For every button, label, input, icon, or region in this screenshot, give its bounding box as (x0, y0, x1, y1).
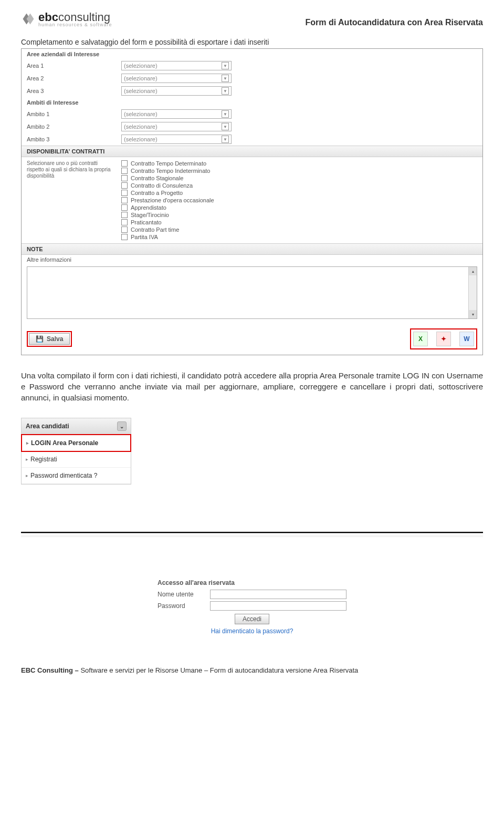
checkbox-icon[interactable] (121, 212, 128, 218)
excel-icon[interactable]: X (413, 332, 428, 346)
label-note: Altre informazioni (27, 256, 116, 263)
login-screenshot: Accesso all'area riservata Nome utente P… (158, 579, 346, 635)
pdf-icon[interactable]: ✦ (436, 332, 451, 346)
contract-option[interactable]: Contratto a Progetto (121, 190, 214, 196)
contract-option[interactable]: Partita IVA (121, 234, 214, 240)
label-username: Nome utente (158, 591, 210, 598)
checkbox-icon[interactable] (121, 175, 128, 181)
chevron-down-icon: ▼ (222, 75, 229, 82)
contract-label: Contratto Tempo Indeterminato (131, 168, 210, 174)
contract-label: Contratto Stagionale (131, 175, 183, 181)
contract-label: Contratto di Consulenza (131, 182, 193, 189)
divider-shade (21, 533, 483, 537)
footer-text: EBC Consulting – Software e servizi per … (21, 666, 483, 674)
form-screenshot: Aree aziendali di Interesse Area 1(selez… (21, 48, 483, 355)
select-ambito3[interactable]: (selezionare)▼ (121, 135, 232, 144)
contract-option[interactable]: Contratto Tempo Indeterminato (121, 168, 214, 174)
paragraph-text: Una volta compilato il form con i dati r… (21, 370, 483, 403)
checkbox-icon[interactable] (121, 226, 128, 233)
logo-subtitle: human resources & software (38, 22, 112, 27)
select-area2[interactable]: (selezionare)▼ (121, 74, 232, 83)
contract-option[interactable]: Contratto Part time (121, 226, 214, 233)
contract-option[interactable]: Apprendistato (121, 204, 214, 211)
label-ambito1: Ambito 1 (27, 111, 116, 117)
select-area1[interactable]: (selezionare)▼ (121, 61, 232, 70)
page-title: Form di Autocandidatura con Area Riserva… (306, 18, 483, 27)
sidebar-item-label: Registrati (30, 456, 57, 463)
caret-right-icon: ▸ (26, 457, 28, 462)
chevron-down-icon: ▼ (222, 123, 229, 130)
sidebar-title: Area candidati (26, 423, 69, 430)
sidebar-item-registrati[interactable]: ▸Registrati (22, 451, 131, 468)
caret-right-icon: ▸ (26, 440, 29, 446)
select-area3[interactable]: (selezionare)▼ (121, 86, 232, 96)
contract-label: Apprendistato (131, 204, 166, 211)
select-ambito2[interactable]: (selezionare)▼ (121, 122, 232, 131)
sidebar-screenshot: Area candidati ⌄ ▸LOGIN Area Personale ▸… (21, 418, 131, 485)
contract-label: Praticantato (131, 219, 162, 225)
contract-label: Prestazione d'opera occasionale (131, 197, 214, 203)
contract-option[interactable]: Stage/Tirocinio (121, 212, 214, 218)
word-icon[interactable]: W (459, 332, 474, 346)
sidebar-item-login[interactable]: ▸LOGIN Area Personale (21, 434, 131, 452)
contract-label: Contratto a Progetto (131, 190, 183, 196)
section-aree-title: Aree aziendali di Interesse (22, 49, 482, 59)
forgot-link[interactable]: Hai dimenticato la password? (158, 627, 346, 635)
checkbox-icon[interactable] (121, 168, 128, 174)
login-title: Accesso all'area riservata (158, 579, 346, 586)
label-area1: Area 1 (27, 63, 116, 69)
checkbox-icon[interactable] (121, 182, 128, 189)
intro-text: Completamento e salvataggio del form e p… (21, 38, 483, 46)
scrollbar[interactable]: ▴▾ (468, 267, 477, 318)
collapse-icon[interactable]: ⌄ (117, 421, 127, 431)
salva-label: Salva (47, 335, 63, 343)
contract-label: Contratto Tempo Determinato (131, 160, 206, 167)
username-input[interactable] (210, 590, 346, 599)
section-contratti-title: DISPONIBILITA' CONTRATTI (22, 146, 482, 157)
logo: ebcconsulting human resources & software (21, 11, 112, 27)
logo-icon (21, 12, 36, 26)
contract-option[interactable]: Prestazione d'opera occasionale (121, 197, 214, 203)
checkbox-icon[interactable] (121, 234, 128, 240)
checkbox-icon[interactable] (121, 160, 128, 167)
label-area2: Area 2 (27, 75, 116, 81)
label-ambito2: Ambito 2 (27, 123, 116, 130)
checkbox-icon[interactable] (121, 197, 128, 203)
sidebar-item-label: LOGIN Area Personale (31, 439, 98, 447)
section-note-title: NOTE (22, 243, 482, 255)
salva-highlight: 💾 Salva (27, 331, 72, 347)
contract-label: Partita IVA (131, 234, 158, 240)
select-ambito1[interactable]: (selezionare)▼ (121, 109, 232, 119)
contract-option[interactable]: Contratto Tempo Determinato (121, 160, 214, 167)
checkbox-icon[interactable] (121, 219, 128, 225)
salva-button[interactable]: 💾 Salva (29, 333, 70, 345)
checkbox-icon[interactable] (121, 204, 128, 211)
contract-option[interactable]: Contratto Stagionale (121, 175, 214, 181)
contract-option[interactable]: Praticantato (121, 219, 214, 225)
contract-label: Stage/Tirocinio (131, 212, 169, 218)
contract-label: Contratto Part time (131, 226, 179, 233)
login-button[interactable]: Accedi (235, 614, 269, 624)
section-ambiti-title: Ambiti di Interesse (22, 97, 482, 108)
chevron-down-icon: ▼ (222, 110, 229, 118)
footer-bold: EBC Consulting – (21, 666, 80, 674)
caret-right-icon: ▸ (26, 473, 28, 478)
footer-rest: Software e servizi per le Risorse Umane … (80, 666, 358, 674)
page-header: ebcconsulting human resources & software… (21, 11, 483, 27)
contratti-help: Selezionare uno o più contratti rispetto… (27, 160, 116, 179)
checkbox-icon[interactable] (121, 190, 128, 196)
contratti-list: Contratto Tempo DeterminatoContratto Tem… (121, 160, 214, 240)
chevron-down-icon: ▼ (222, 87, 229, 95)
export-highlight: X ✦ W (410, 328, 477, 349)
label-area3: Area 3 (27, 88, 116, 94)
login-button-label: Accedi (243, 615, 261, 623)
save-icon: 💾 (36, 335, 44, 343)
sidebar-item-password[interactable]: ▸Password dimenticata ? (22, 468, 131, 484)
label-ambito3: Ambito 3 (27, 136, 116, 142)
chevron-down-icon: ▼ (222, 136, 229, 143)
note-textarea[interactable]: ▴▾ (27, 266, 477, 319)
contract-option[interactable]: Contratto di Consulenza (121, 182, 214, 189)
password-input[interactable] (210, 601, 346, 611)
label-password: Password (158, 602, 210, 610)
sidebar-item-label: Password dimenticata ? (30, 472, 97, 479)
